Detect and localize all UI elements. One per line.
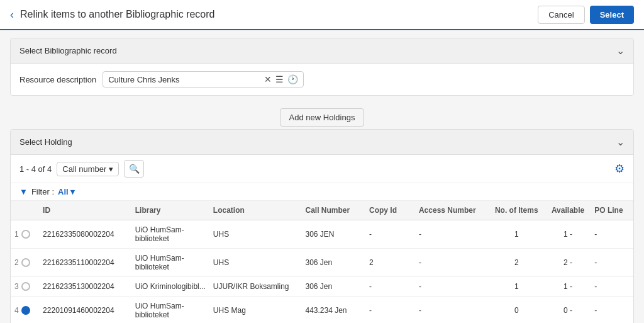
row-select-cell[interactable]: 4: [11, 297, 39, 324]
cell-noofitems: 0: [488, 297, 545, 324]
cell-copyid: 2: [365, 249, 415, 277]
back-icon[interactable]: ‹: [10, 8, 14, 21]
cell-library: UiO HumSam-biblioteket: [131, 220, 209, 249]
bibliographic-panel: Select Bibliographic record ⌄ Resource d…: [10, 38, 634, 96]
cell-poline: -: [591, 249, 633, 277]
row-select-cell[interactable]: 1: [11, 220, 39, 249]
cell-callnumber: 306 JEN: [301, 220, 365, 249]
history-icon[interactable]: 🕐: [287, 74, 298, 84]
radio-button[interactable]: [21, 282, 30, 291]
cell-callnumber: 306 Jen: [301, 249, 365, 277]
sort-dropdown[interactable]: Call number ▾: [57, 162, 119, 176]
radio-button[interactable]: [21, 306, 30, 315]
filter-label: Filter :: [31, 187, 54, 196]
col-header-copyid: Copy Id: [365, 201, 415, 220]
col-header-location: Location: [209, 201, 302, 220]
cell-location: UHS Mag: [209, 297, 302, 324]
cell-accessnumber: -: [415, 220, 488, 249]
cell-callnumber: 443.234 Jen: [301, 297, 365, 324]
row-number: 2: [14, 258, 19, 267]
header-left: ‹ Relink items to another Bibliographic …: [10, 8, 214, 21]
table-row[interactable]: 2 22162335110002204 UiO HumSam-bibliotek…: [11, 249, 633, 277]
add-holdings-button[interactable]: Add new Holdings: [280, 108, 365, 127]
holding-panel-header[interactable]: Select Holding ⌄: [11, 130, 633, 155]
page-title: Relink items to another Bibliographic re…: [20, 9, 214, 20]
cell-location: UHS: [209, 249, 302, 277]
chevron-down-icon-sort: ▾: [109, 164, 113, 174]
table-row[interactable]: 3 22162335130002204 UiO Kriminologibibl.…: [11, 277, 633, 297]
gear-icon-wrap[interactable]: ⚙: [614, 162, 625, 176]
holding-toolbar: 1 - 4 of 4 Call number ▾ 🔍 ⚙: [11, 155, 633, 183]
col-header-available: Available: [545, 201, 591, 220]
resource-description-label: Resource description: [19, 75, 96, 84]
row-select-cell[interactable]: 2: [11, 249, 39, 277]
table-header: ID Library Location Call Number Copy Id …: [11, 201, 633, 220]
cell-callnumber: 306 Jen: [301, 277, 365, 297]
cell-copyid: -: [365, 220, 415, 249]
holding-panel: Select Holding ⌄ 1 - 4 of 4 Call number …: [10, 129, 634, 323]
cell-accessnumber: -: [415, 297, 488, 324]
filter-row: ▼ Filter : All ▾: [11, 183, 633, 201]
resource-input-wrap[interactable]: Culture Chris Jenks ✕ ☰ 🕐: [103, 71, 304, 88]
table-row[interactable]: 1 22162335080002204 UiO HumSam-bibliotek…: [11, 220, 633, 249]
cell-copyid: -: [365, 297, 415, 324]
select-button[interactable]: Select: [590, 6, 634, 24]
cell-library: UiO HumSam-biblioteket: [131, 249, 209, 277]
table-body: 1 22162335080002204 UiO HumSam-bibliotek…: [11, 220, 633, 324]
list-icon[interactable]: ☰: [275, 74, 284, 84]
cell-library: UiO Kriminologibibl...: [131, 277, 209, 297]
cell-available: 1 -: [545, 277, 591, 297]
sort-label: Call number: [62, 164, 106, 174]
row-number: 3: [14, 282, 19, 291]
cell-location: UJUR/IKR Boksamling: [209, 277, 302, 297]
col-header-library: Library: [131, 201, 209, 220]
search-button[interactable]: 🔍: [124, 160, 144, 178]
cell-library: UiO HumSam-biblioteket: [131, 297, 209, 324]
settings-icon: ⚙: [614, 162, 625, 175]
main-content: Select Bibliographic record ⌄ Resource d…: [0, 30, 644, 323]
chevron-down-icon-holding: ⌄: [616, 136, 625, 148]
holdings-table: ID Library Location Call Number Copy Id …: [11, 201, 633, 323]
header-buttons: Cancel Select: [538, 6, 634, 24]
col-header-noofitems: No. of Items: [488, 201, 545, 220]
search-icon: 🔍: [129, 164, 140, 174]
cell-poline: -: [591, 220, 633, 249]
filter-value: All: [58, 187, 69, 196]
table-row[interactable]: 4 22201091460002204 UiO HumSam-bibliotek…: [11, 297, 633, 324]
cell-noofitems: 2: [488, 249, 545, 277]
cell-available: 0 -: [545, 297, 591, 324]
bibliographic-panel-body: Resource description Culture Chris Jenks…: [11, 64, 633, 95]
cancel-button[interactable]: Cancel: [538, 6, 584, 24]
cell-accessnumber: -: [415, 277, 488, 297]
chevron-down-icon-filter: ▾: [70, 187, 75, 196]
col-header-id: ID: [39, 201, 131, 220]
cell-copyid: -: [365, 277, 415, 297]
radio-button[interactable]: [21, 230, 30, 239]
cell-noofitems: 1: [488, 220, 545, 249]
radio-button[interactable]: [21, 258, 30, 267]
header: ‹ Relink items to another Bibliographic …: [0, 0, 644, 30]
cell-available: 1 -: [545, 220, 591, 249]
col-header-poline: PO Line: [591, 201, 633, 220]
cell-available: 2 -: [545, 249, 591, 277]
resource-input-value: Culture Chris Jenks: [108, 75, 260, 84]
cell-id: 22201091460002204: [39, 297, 131, 324]
bibliographic-panel-title: Select Bibliographic record: [19, 46, 117, 55]
record-count: 1 - 4 of 4: [19, 164, 52, 174]
cell-poline: -: [591, 277, 633, 297]
bibliographic-panel-header[interactable]: Select Bibliographic record ⌄: [11, 38, 633, 64]
resource-description-row: Resource description Culture Chris Jenks…: [19, 71, 625, 88]
row-number: 1: [14, 230, 19, 239]
col-header-select: [11, 201, 39, 220]
cell-accessnumber: -: [415, 249, 488, 277]
row-select-cell[interactable]: 3: [11, 277, 39, 297]
row-number: 4: [14, 306, 19, 315]
filter-dropdown[interactable]: All ▾: [58, 187, 75, 196]
cell-poline: -: [591, 297, 633, 324]
clear-icon[interactable]: ✕: [264, 74, 272, 84]
chevron-down-icon: ⌄: [616, 45, 625, 57]
cell-id: 22162335110002204: [39, 249, 131, 277]
cell-id: 22162335080002204: [39, 220, 131, 249]
col-header-callnumber: Call Number: [301, 201, 365, 220]
add-holdings-section: Add new Holdings: [10, 103, 634, 129]
